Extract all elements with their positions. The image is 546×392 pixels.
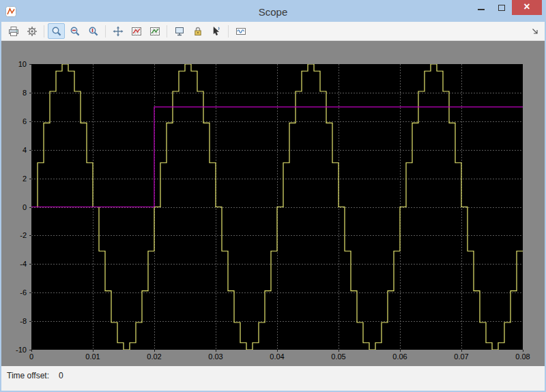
x-tick-mark: [154, 350, 155, 352]
autoscale-button[interactable]: [109, 23, 126, 39]
x-tick-label: 0.08: [506, 352, 540, 361]
x-tick-label: 0.02: [137, 352, 171, 361]
toolbar: [1, 22, 545, 41]
x-tick-mark: [216, 350, 216, 352]
gear-icon: [27, 26, 38, 37]
zoom-icon: [51, 26, 62, 37]
maximize-icon: [498, 5, 505, 11]
signal-selection-icon: [211, 26, 222, 37]
simulink-scope-app-icon: [5, 6, 16, 17]
y-tick-mark: [29, 64, 31, 65]
toolbar-separator: [105, 25, 106, 37]
zoom-x-button[interactable]: [66, 23, 83, 39]
close-icon: ×: [523, 1, 530, 12]
titlebar[interactable]: Scope ×: [1, 1, 545, 22]
x-tick-label: 0.01: [76, 352, 110, 361]
restore-axes-icon: [149, 26, 160, 37]
y-tick-label: -6: [1, 288, 27, 297]
y-tick-label: 2: [1, 175, 27, 183]
x-tick-label: 0.05: [321, 352, 356, 361]
maximize-button[interactable]: [491, 0, 512, 15]
y-tick-label: 0: [1, 203, 27, 211]
print-button[interactable]: [5, 23, 22, 39]
x-tick-label: 0: [14, 352, 48, 361]
save-axes-icon: [131, 26, 142, 37]
restore-axes-settings-button[interactable]: [146, 23, 163, 39]
chevron-down-right-icon: [531, 27, 539, 35]
x-tick-label: 0.06: [383, 352, 417, 361]
waveform-icon: [235, 26, 246, 37]
y-tick-label: -4: [1, 260, 27, 268]
floating-scope-button[interactable]: [171, 23, 188, 39]
save-axes-settings-button[interactable]: [128, 23, 145, 39]
waveform-parameters-button[interactable]: [232, 23, 249, 39]
x-tick-mark: [277, 350, 278, 352]
y-tick-mark: [29, 93, 31, 93]
autoscale-icon: [113, 26, 124, 37]
toolbar-separator: [167, 25, 167, 37]
figure-area: -10-8-6-4-2024681000.010.020.030.040.050…: [1, 41, 545, 366]
toolbar-separator: [44, 25, 44, 37]
app-icon-graphic: [5, 6, 16, 17]
parameters-button[interactable]: [23, 23, 40, 39]
x-tick-mark: [93, 350, 94, 352]
x-tick-label: 0.07: [444, 352, 478, 361]
time-offset-label: Time offset:: [7, 371, 49, 380]
zoom-button[interactable]: [48, 23, 65, 39]
y-tick-label: 10: [1, 60, 27, 68]
zoom-y-icon: [88, 26, 99, 37]
y-tick-label: 4: [1, 146, 27, 154]
floating-scope-icon: [174, 26, 185, 37]
y-tick-mark: [29, 292, 31, 293]
time-offset-value: 0: [59, 371, 63, 380]
y-tick-mark: [29, 150, 31, 151]
y-tick-mark: [29, 207, 31, 208]
x-tick-mark: [523, 350, 523, 352]
toolbar-collapse-button[interactable]: [531, 27, 539, 35]
toolbar-separator: [228, 25, 229, 37]
y-tick-label: -2: [1, 231, 27, 239]
y-tick-mark: [29, 121, 31, 122]
scope-axes[interactable]: [31, 64, 523, 350]
y-tick-mark: [29, 321, 31, 322]
y-tick-label: 6: [1, 117, 27, 125]
lock-icon: [192, 26, 203, 37]
scope-plot: [31, 64, 523, 350]
window-title: Scope: [1, 6, 545, 18]
x-tick-mark: [339, 350, 339, 352]
close-button[interactable]: ×: [512, 0, 542, 15]
minimize-icon: [478, 9, 485, 10]
scope-window: Scope ×: [0, 0, 546, 392]
x-tick-mark: [31, 350, 32, 352]
zoom-x-icon: [70, 26, 81, 37]
y-tick-label: -8: [1, 317, 27, 325]
y-tick-label: 8: [1, 89, 27, 97]
lock-axes-button[interactable]: [189, 23, 206, 39]
minimize-button[interactable]: [471, 0, 491, 15]
y-tick-mark: [29, 264, 31, 265]
window-controls: ×: [471, 0, 542, 15]
x-tick-mark: [461, 350, 462, 352]
y-tick-mark: [29, 235, 31, 236]
status-bar: Time offset:0: [1, 366, 545, 391]
x-tick-label: 0.04: [260, 352, 294, 361]
printer-icon: [8, 26, 19, 37]
zoom-y-button[interactable]: [85, 23, 102, 39]
x-tick-label: 0.03: [199, 352, 233, 361]
y-tick-mark: [29, 179, 31, 179]
signal-selection-button[interactable]: [207, 23, 225, 39]
x-tick-mark: [400, 350, 401, 352]
